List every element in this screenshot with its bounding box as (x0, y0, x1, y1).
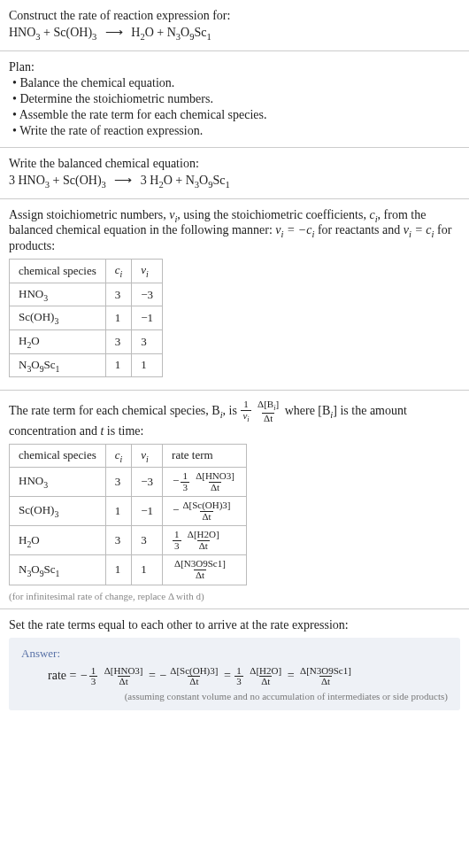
balanced-section: Write the balanced chemical equation: 3 … (0, 148, 469, 199)
col-nui: νi (132, 444, 163, 468)
ci-cell: 3 (105, 329, 132, 353)
table-row: N3O9Sc111 (10, 353, 163, 377)
table-row: H2O33 (10, 329, 163, 353)
ci-cell: 1 (105, 555, 132, 585)
species-cell: N3O9Sc1 (10, 353, 106, 377)
species-cell: H2O (10, 526, 106, 555)
table-header-row: chemical species ci νi (10, 260, 163, 283)
ci-cell: 3 (105, 468, 132, 497)
ci-cell: 1 (105, 353, 132, 377)
balanced-equation: 3 HNO3 + Sc(OH)3 ⟶ 3 H2O + N3O9Sc1 (9, 173, 460, 190)
prompt-text: Construct the rate of reaction expressio… (9, 9, 460, 23)
b-product-2: N3O9Sc1 (186, 174, 230, 187)
rateterm-section: The rate term for each chemical species,… (0, 391, 469, 608)
b-arrow-icon: ⟶ (109, 173, 137, 188)
answer-box: Answer: rate = −13 Δ[HNO3]Δt = −Δ[Sc(OH)… (9, 638, 460, 710)
nui-cell: 3 (132, 526, 163, 555)
nui-cell: −1 (132, 306, 163, 330)
nui-cell: −1 (132, 497, 163, 526)
rateterm-cell: −Δ[Sc(OH)3]Δt (163, 497, 247, 526)
nui-cell: −3 (132, 468, 163, 497)
reactant-2: Sc(OH)3 (54, 26, 97, 39)
final-section: Set the rate terms equal to each other t… (0, 609, 469, 726)
ci-cell: 1 (105, 497, 132, 526)
table-row: Sc(OH)3 1 −1 −Δ[Sc(OH)3]Δt (10, 497, 247, 526)
b-reactant-2: Sc(OH)3 (63, 174, 106, 187)
plan-bullet-4: • Write the rate of reaction expression. (12, 124, 460, 138)
rateterm-text: The rate term for each chemical species,… (9, 399, 460, 438)
arrow-icon: ⟶ (100, 25, 128, 40)
plan-title: Plan: (9, 60, 460, 74)
species-cell: H2O (10, 329, 106, 353)
rate-expression: rate = −13 Δ[HNO3]Δt = −Δ[Sc(OH)3]Δt = 1… (21, 666, 448, 687)
b-reactant-1: HNO3 (19, 174, 50, 187)
stoich-text: Assign stoichiometric numbers, νi, using… (9, 208, 460, 254)
col-rateterm: rate term (163, 444, 247, 468)
ci-cell: 3 (105, 283, 132, 306)
table-row: N3O9Sc1 1 1 Δ[N3O9Sc1]Δt (10, 555, 247, 585)
plan-bullet-1: • Balance the chemical equation. (12, 76, 460, 90)
table-row: H2O 3 3 13 Δ[H2O]Δt (10, 526, 247, 555)
nui-cell: −3 (132, 283, 163, 306)
rateterm-cell: 13 Δ[H2O]Δt (163, 526, 247, 555)
rateterm-table: chemical species ci νi rate term HNO3 3 … (9, 444, 247, 585)
reactant-1: HNO3 (9, 26, 41, 39)
table-row: Sc(OH)31−1 (10, 306, 163, 330)
ci-cell: 3 (105, 526, 132, 555)
species-cell: Sc(OH)3 (10, 306, 106, 330)
nui-cell: 1 (132, 353, 163, 377)
coef-1: 3 (9, 174, 19, 187)
ci-cell: 1 (105, 306, 132, 330)
nui-cell: 1 (132, 555, 163, 585)
species-cell: Sc(OH)3 (10, 497, 106, 526)
stoich-table: chemical species ci νi HNO33−3 Sc(OH)31−… (9, 259, 163, 377)
frac-1-over-nui: 1νi (241, 399, 250, 423)
table-header-row: chemical species ci νi rate term (10, 444, 247, 468)
plan-bullet-2: • Determine the stoichiometric numbers. (12, 92, 460, 106)
species-cell: HNO3 (10, 283, 106, 306)
nui-cell: 3 (132, 329, 163, 353)
col-ci: ci (105, 260, 132, 283)
prompt-section: Construct the rate of reaction expressio… (0, 0, 469, 51)
frac-dbi-dt: Δ[Bi]Δt (256, 399, 281, 423)
product-1: H2O (131, 26, 154, 39)
col-species: chemical species (10, 260, 106, 283)
plan-bullet-3: • Assemble the rate term for each chemic… (12, 108, 460, 122)
answer-label: Answer: (21, 647, 448, 661)
plus-2: + (154, 26, 167, 39)
table-row: HNO3 3 −3 −13 Δ[HNO3]Δt (10, 468, 247, 497)
unbalanced-equation: HNO3 + Sc(OH)3 ⟶ H2O + N3O9Sc1 (9, 25, 460, 42)
product-2: N3O9Sc1 (167, 26, 211, 39)
final-intro: Set the rate terms equal to each other t… (9, 618, 460, 632)
b-plus-2: + (173, 174, 186, 187)
col-ci: ci (105, 444, 132, 468)
rateterm-cell: Δ[N3O9Sc1]Δt (163, 555, 247, 585)
plan-section: Plan: • Balance the chemical equation. •… (0, 51, 469, 148)
rateterm-note: (for infinitesimal rate of change, repla… (9, 591, 460, 601)
col-species: chemical species (10, 444, 106, 468)
balanced-title: Write the balanced chemical equation: (9, 157, 460, 171)
plus-1: + (41, 26, 54, 39)
rateterm-cell: −13 Δ[HNO3]Δt (163, 468, 247, 497)
stoich-section: Assign stoichiometric numbers, νi, using… (0, 199, 469, 391)
answer-note: (assuming constant volume and no accumul… (21, 691, 448, 701)
b-plus-1: + (50, 174, 63, 187)
species-cell: N3O9Sc1 (10, 555, 106, 585)
table-row: HNO33−3 (10, 283, 163, 306)
b-product-1: H2O (150, 174, 173, 187)
coef-2: 3 (141, 174, 150, 187)
col-nui: νi (132, 260, 163, 283)
species-cell: HNO3 (10, 468, 106, 497)
